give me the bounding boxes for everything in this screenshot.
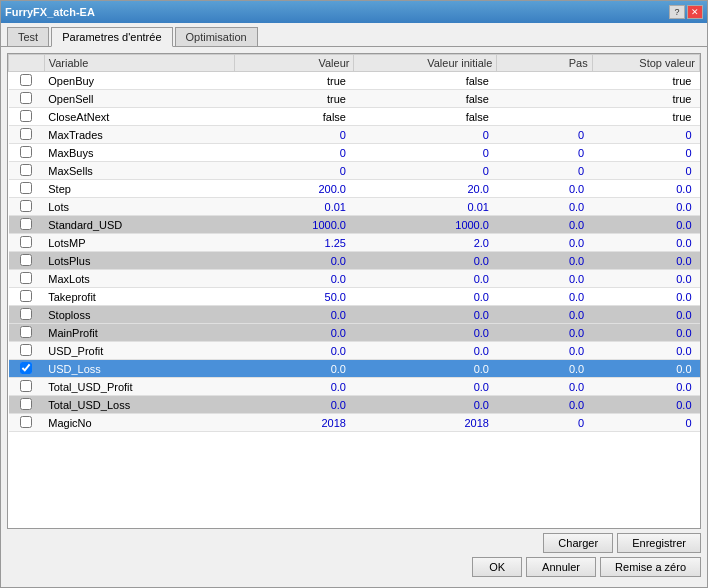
row-initial-value[interactable]: false: [354, 72, 497, 90]
row-step[interactable]: [497, 90, 592, 108]
row-step[interactable]: 0.0: [497, 342, 592, 360]
tab-test[interactable]: Test: [7, 27, 49, 46]
row-checkbox-cell[interactable]: [9, 252, 45, 270]
row-stop-value[interactable]: 0.0: [592, 288, 699, 306]
row-value[interactable]: 0.0: [235, 252, 354, 270]
row-value[interactable]: 0.0: [235, 378, 354, 396]
row-stop-value[interactable]: 0: [592, 126, 699, 144]
row-step[interactable]: 0.0: [497, 378, 592, 396]
row-value[interactable]: 0.0: [235, 360, 354, 378]
row-checkbox-cell[interactable]: [9, 216, 45, 234]
row-stop-value[interactable]: 0.0: [592, 180, 699, 198]
row-stop-value[interactable]: true: [592, 90, 699, 108]
row-initial-value[interactable]: 0.0: [354, 288, 497, 306]
row-checkbox[interactable]: [20, 74, 32, 86]
row-stop-value[interactable]: 0: [592, 162, 699, 180]
row-stop-value[interactable]: 0.0: [592, 396, 699, 414]
row-stop-value[interactable]: 0.0: [592, 324, 699, 342]
row-initial-value[interactable]: 0: [354, 162, 497, 180]
row-stop-value[interactable]: 0.0: [592, 270, 699, 288]
row-checkbox-cell[interactable]: [9, 234, 45, 252]
row-initial-value[interactable]: 2018: [354, 414, 497, 432]
enregistrer-button[interactable]: Enregistrer: [617, 533, 701, 553]
row-value[interactable]: 0.0: [235, 342, 354, 360]
row-stop-value[interactable]: 0.0: [592, 198, 699, 216]
row-step[interactable]: 0.0: [497, 306, 592, 324]
row-checkbox[interactable]: [20, 362, 32, 374]
row-step[interactable]: [497, 72, 592, 90]
row-initial-value[interactable]: 0.0: [354, 378, 497, 396]
row-checkbox[interactable]: [20, 182, 32, 194]
row-initial-value[interactable]: false: [354, 108, 497, 126]
help-button[interactable]: ?: [669, 5, 685, 19]
row-checkbox[interactable]: [20, 200, 32, 212]
row-checkbox[interactable]: [20, 308, 32, 320]
row-stop-value[interactable]: true: [592, 108, 699, 126]
row-initial-value[interactable]: 20.0: [354, 180, 497, 198]
row-step[interactable]: 0.0: [497, 252, 592, 270]
ok-button[interactable]: OK: [472, 557, 522, 577]
row-step[interactable]: [497, 108, 592, 126]
row-stop-value[interactable]: 0.0: [592, 216, 699, 234]
row-checkbox[interactable]: [20, 416, 32, 428]
row-step[interactable]: 0.0: [497, 180, 592, 198]
row-stop-value[interactable]: 0.0: [592, 252, 699, 270]
row-checkbox[interactable]: [20, 398, 32, 410]
row-checkbox-cell[interactable]: [9, 306, 45, 324]
annuler-button[interactable]: Annuler: [526, 557, 596, 577]
row-checkbox-cell[interactable]: [9, 288, 45, 306]
tab-params[interactable]: Parametres d'entrée: [51, 27, 172, 47]
row-checkbox[interactable]: [20, 164, 32, 176]
row-value[interactable]: 0.0: [235, 324, 354, 342]
row-stop-value[interactable]: 0.0: [592, 342, 699, 360]
row-checkbox[interactable]: [20, 290, 32, 302]
row-checkbox-cell[interactable]: [9, 198, 45, 216]
row-stop-value[interactable]: 0: [592, 414, 699, 432]
remise-button[interactable]: Remise a zéro: [600, 557, 701, 577]
row-stop-value[interactable]: 0.0: [592, 360, 699, 378]
row-stop-value[interactable]: 0.0: [592, 306, 699, 324]
charger-button[interactable]: Charger: [543, 533, 613, 553]
row-checkbox[interactable]: [20, 128, 32, 140]
close-button[interactable]: ✕: [687, 5, 703, 19]
row-checkbox[interactable]: [20, 272, 32, 284]
row-value[interactable]: true: [235, 90, 354, 108]
row-checkbox-cell[interactable]: [9, 324, 45, 342]
row-step[interactable]: 0.0: [497, 234, 592, 252]
row-checkbox-cell[interactable]: [9, 108, 45, 126]
row-initial-value[interactable]: 0: [354, 126, 497, 144]
row-step[interactable]: 0.0: [497, 270, 592, 288]
row-initial-value[interactable]: 2.0: [354, 234, 497, 252]
row-value[interactable]: 0.0: [235, 396, 354, 414]
row-checkbox-cell[interactable]: [9, 162, 45, 180]
row-initial-value[interactable]: 0.0: [354, 342, 497, 360]
row-checkbox-cell[interactable]: [9, 414, 45, 432]
row-initial-value[interactable]: 0.0: [354, 360, 497, 378]
row-value[interactable]: true: [235, 72, 354, 90]
row-value[interactable]: 1.25: [235, 234, 354, 252]
row-value[interactable]: 200.0: [235, 180, 354, 198]
row-value[interactable]: 0.0: [235, 306, 354, 324]
row-initial-value[interactable]: 0.0: [354, 252, 497, 270]
row-value[interactable]: false: [235, 108, 354, 126]
row-checkbox[interactable]: [20, 236, 32, 248]
row-step[interactable]: 0.0: [497, 216, 592, 234]
row-initial-value[interactable]: 0.0: [354, 396, 497, 414]
row-checkbox[interactable]: [20, 218, 32, 230]
row-initial-value[interactable]: 0: [354, 144, 497, 162]
row-initial-value[interactable]: 0.0: [354, 324, 497, 342]
row-checkbox-cell[interactable]: [9, 180, 45, 198]
row-checkbox[interactable]: [20, 326, 32, 338]
row-initial-value[interactable]: false: [354, 90, 497, 108]
row-checkbox-cell[interactable]: [9, 270, 45, 288]
row-value[interactable]: 0: [235, 144, 354, 162]
row-value[interactable]: 50.0: [235, 288, 354, 306]
row-checkbox-cell[interactable]: [9, 126, 45, 144]
row-value[interactable]: 0.0: [235, 270, 354, 288]
row-value[interactable]: 0: [235, 126, 354, 144]
row-value[interactable]: 0: [235, 162, 354, 180]
row-stop-value[interactable]: 0.0: [592, 378, 699, 396]
row-value[interactable]: 0.01: [235, 198, 354, 216]
row-stop-value[interactable]: 0: [592, 144, 699, 162]
row-checkbox-cell[interactable]: [9, 360, 45, 378]
